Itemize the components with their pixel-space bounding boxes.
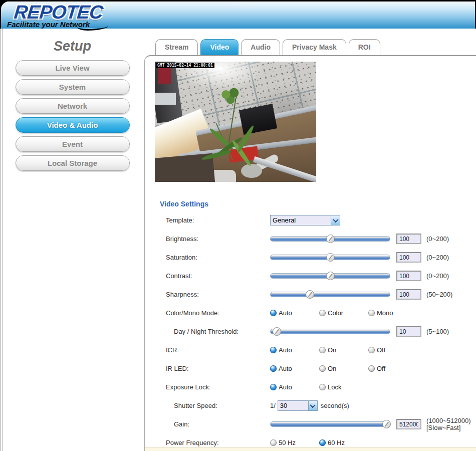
sidebar-item-event[interactable]: Event	[16, 136, 130, 152]
day-night-row: Day / Night Threshold: (5~100)	[145, 326, 476, 337]
brightness-slider[interactable]	[270, 235, 390, 243]
power-radio-60hz[interactable]: 60 Hz	[319, 439, 368, 446]
template-select[interactable]: General	[270, 215, 340, 225]
brand-header: REPOTEC Facilitate your Network	[0, 0, 476, 29]
shutter-speed-label: Shutter Speed:	[145, 402, 270, 409]
exposure-lock-row: Exposure Lock: Auto Lock	[145, 382, 476, 392]
contrast-slider-thumb[interactable]	[326, 272, 335, 280]
gain-slider-thumb[interactable]	[382, 420, 391, 428]
tab-video[interactable]: Video	[200, 39, 239, 55]
preview-cabinet-panel	[155, 93, 176, 105]
icr-radio-auto[interactable]: Auto	[270, 346, 319, 354]
color-mode-label: Color/Mono Mode:	[145, 309, 270, 317]
radio-selected-icon[interactable]	[270, 310, 277, 316]
radio-icon[interactable]	[319, 384, 326, 390]
power-radio-50hz[interactable]: 50 Hz	[270, 439, 319, 446]
page: REPOTEC Facilitate your Network Setup Li…	[0, 0, 476, 451]
ir-led-radio-auto[interactable]: Auto	[270, 365, 319, 372]
gain-slider[interactable]	[270, 420, 390, 428]
tab-roi[interactable]: ROI	[349, 39, 380, 55]
day-night-label: Day / Night Threshold:	[145, 328, 270, 335]
exposure-radio-auto[interactable]: Auto	[270, 383, 319, 391]
brightness-range: (0~200)	[426, 235, 449, 243]
preview-cabinet-label	[158, 66, 171, 84]
day-night-input[interactable]	[396, 326, 421, 337]
contrast-slider[interactable]	[270, 272, 390, 280]
chevron-down-icon[interactable]	[308, 401, 317, 410]
contrast-range: (0~200)	[426, 272, 449, 280]
bottom-band	[145, 447, 476, 451]
radio-selected-icon[interactable]	[270, 365, 277, 372]
chevron-down-icon[interactable]	[331, 215, 340, 225]
preview-plant-leaves	[219, 88, 242, 105]
contrast-label: Contrast:	[145, 272, 270, 280]
contrast-row: Contrast: (0~200)	[145, 271, 476, 281]
day-night-slider-track	[270, 329, 390, 334]
ir-led-radio-off[interactable]: Off	[368, 365, 417, 372]
sharpness-row: Sharpness: (50~200)	[145, 289, 476, 300]
ir-led-radio-on[interactable]: On	[319, 365, 368, 372]
radio-icon[interactable]	[368, 310, 375, 316]
camera-preview: GMT 2015-02-14 21:08:01	[155, 62, 316, 182]
gain-input[interactable]	[396, 419, 421, 429]
radio-label: Mono	[377, 309, 393, 317]
sidebar-item-live-view[interactable]: Live View	[16, 60, 130, 76]
radio-label: Off	[377, 365, 385, 372]
preview-timestamp-overlay: GMT 2015-02-14 21:08:01	[156, 63, 214, 68]
sharpness-input[interactable]	[396, 289, 421, 300]
saturation-label: Saturation:	[145, 254, 270, 261]
brightness-slider-thumb[interactable]	[326, 235, 335, 243]
sidebar-title: Setup	[3, 39, 142, 54]
radio-selected-icon[interactable]	[270, 384, 277, 390]
color-mode-row: Color/Mono Mode: Auto Color Mono	[145, 308, 476, 318]
radio-label: Lock	[328, 383, 341, 391]
radio-label: Auto	[279, 383, 292, 391]
radio-icon[interactable]	[368, 365, 375, 372]
main-content: Stream Video Audio Privacy Mask ROI	[144, 39, 476, 451]
radio-icon[interactable]	[270, 439, 277, 446]
saturation-slider[interactable]	[270, 253, 390, 262]
radio-label: 50 Hz	[279, 439, 296, 446]
sharpness-slider-track	[270, 292, 390, 297]
saturation-slider-thumb[interactable]	[326, 253, 335, 262]
video-settings-form: Template: General Brightness:	[145, 215, 476, 448]
sidebar-item-video-audio[interactable]: Video & Audio	[16, 117, 130, 133]
section-title: Video Settings	[160, 200, 476, 208]
template-label: Template:	[145, 216, 270, 224]
icr-radio-on[interactable]: On	[319, 346, 368, 354]
radio-selected-icon[interactable]	[270, 347, 277, 353]
contrast-input[interactable]	[396, 271, 421, 281]
day-night-slider-thumb[interactable]	[273, 327, 281, 336]
sidebar-item-system[interactable]: System	[16, 79, 130, 95]
color-mode-radio-mono[interactable]: Mono	[368, 309, 417, 317]
saturation-input[interactable]	[396, 252, 421, 263]
tab-stream[interactable]: Stream	[155, 39, 198, 55]
sidebar-item-network[interactable]: Network	[16, 98, 130, 114]
icr-label: ICR:	[145, 346, 270, 354]
radio-icon[interactable]	[319, 365, 326, 372]
sharpness-range: (50~200)	[426, 291, 452, 298]
radio-icon[interactable]	[319, 347, 326, 353]
tab-bar: Stream Video Audio Privacy Mask ROI	[144, 39, 476, 55]
radio-icon[interactable]	[368, 347, 375, 353]
radio-icon[interactable]	[319, 310, 326, 316]
color-mode-radio-color[interactable]: Color	[319, 309, 368, 317]
sidebar-item-local-storage[interactable]: Local Storage	[16, 155, 130, 171]
tab-privacy-mask[interactable]: Privacy Mask	[283, 39, 346, 55]
brightness-label: Brightness:	[145, 235, 270, 243]
shutter-speed-select[interactable]: 30	[278, 400, 318, 411]
brightness-row: Brightness: (0~200)	[145, 234, 476, 244]
gain-range-line1: (1000~512000)	[426, 417, 471, 424]
sharpness-slider[interactable]	[270, 290, 390, 299]
icr-radio-off[interactable]: Off	[368, 346, 417, 354]
radio-label: On	[328, 365, 336, 372]
exposure-radio-lock[interactable]: Lock	[319, 383, 368, 391]
color-mode-radio-auto[interactable]: Auto	[270, 309, 319, 317]
shutter-prefix: 1/	[270, 402, 276, 409]
brightness-input[interactable]	[396, 234, 421, 244]
preview-clutter	[241, 164, 262, 178]
sharpness-slider-thumb[interactable]	[306, 290, 314, 299]
day-night-slider[interactable]	[270, 327, 390, 336]
radio-selected-icon[interactable]	[319, 439, 326, 446]
tab-audio[interactable]: Audio	[241, 39, 280, 55]
